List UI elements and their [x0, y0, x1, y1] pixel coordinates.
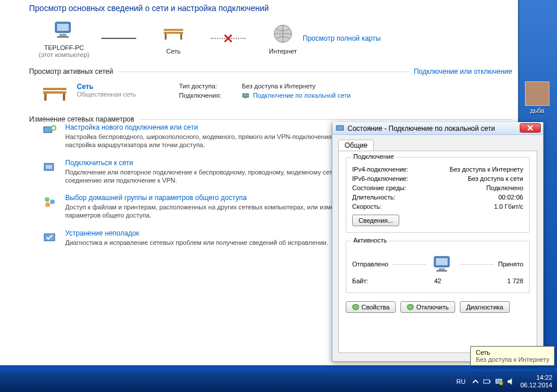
- battery-icon[interactable]: [483, 377, 491, 386]
- system-tray: !: [471, 377, 515, 386]
- access-type-label: Тип доступа:: [179, 83, 237, 90]
- duration-value: 00:02:06: [498, 194, 523, 201]
- map-pc-label: TEPLOFF-PC: [44, 44, 84, 51]
- connect-disconnect-link[interactable]: Подключение или отключение: [414, 67, 512, 76]
- access-type-value: Без доступа к Интернету: [242, 83, 316, 90]
- active-network-name[interactable]: Сеть: [77, 83, 93, 91]
- desktop-shortcut-label: дьба: [522, 107, 552, 114]
- bench-icon: [162, 22, 185, 45]
- bytes-label: Байт:: [352, 277, 368, 284]
- svg-rect-12: [63, 94, 65, 101]
- active-network-type: Общественная сеть: [77, 91, 136, 98]
- desktop-shortcut[interactable]: дьба: [522, 81, 552, 114]
- connection-link[interactable]: Подключение по локальной сети: [253, 92, 351, 99]
- media-label: Состояние среды:: [352, 184, 406, 191]
- ipv4-value: Без доступа к Интернету: [449, 166, 523, 173]
- map-link-2-broken: [211, 38, 246, 39]
- status-dialog-title: Состояние - Подключение по локальной сет…: [347, 124, 495, 133]
- view-full-map-link[interactable]: Просмотр полной карты: [303, 34, 381, 42]
- bytes-sent-value: 42: [368, 277, 508, 284]
- speed-value: 1.0 Гбит/с: [494, 203, 523, 210]
- group-legend: Подключение: [351, 153, 396, 160]
- svg-rect-10: [43, 91, 66, 94]
- active-networks-header: Просмотр активных сетей: [29, 67, 113, 76]
- details-button[interactable]: Сведения...: [352, 215, 399, 226]
- svg-point-19: [45, 197, 49, 202]
- language-indicator[interactable]: RU: [456, 378, 466, 385]
- svg-rect-29: [489, 381, 491, 382]
- adapter-icon: [242, 93, 249, 99]
- svg-rect-28: [484, 380, 489, 383]
- ipv6-value: Без доступа к сети: [468, 175, 523, 182]
- diagnose-button[interactable]: Диагностика: [460, 301, 510, 313]
- svg-rect-13: [243, 94, 249, 97]
- properties-button[interactable]: Свойства: [346, 301, 396, 313]
- tooltip-line1: Сеть: [476, 349, 549, 356]
- svg-rect-23: [336, 126, 343, 130]
- ipv6-label: IPv6-подключение:: [352, 175, 409, 182]
- clock[interactable]: 14:22 06.12.2014: [520, 374, 552, 389]
- status-dialog-titlebar[interactable]: Состояние - Подключение по локальной сет…: [332, 122, 543, 135]
- svg-rect-7: [180, 34, 182, 40]
- svg-point-20: [50, 199, 55, 204]
- svg-rect-6: [165, 34, 166, 40]
- svg-text:!: !: [501, 382, 501, 385]
- group-activity: Активность Отправлено Принято Байт: 42 1…: [346, 241, 530, 293]
- tray-chevron-icon[interactable]: [471, 377, 480, 386]
- svg-rect-25: [436, 258, 448, 265]
- tab-content: Подключение IPv4-подключение:Без доступа…: [338, 151, 537, 353]
- network-tray-icon[interactable]: !: [495, 377, 503, 386]
- svg-point-21: [45, 202, 50, 207]
- connect-network-icon: [42, 159, 58, 175]
- map-node-pc: TEPLOFF-PC(этот компьютер): [29, 19, 99, 58]
- bytes-recv-value: 1 728: [507, 277, 523, 284]
- shield-icon: [407, 304, 414, 311]
- tooltip-line2: Без доступа к Интернету: [476, 356, 549, 363]
- troubleshoot-icon: [42, 229, 58, 245]
- tab-general[interactable]: Общие: [338, 140, 374, 151]
- svg-rect-3: [57, 36, 69, 38]
- sent-label: Отправлено: [352, 261, 388, 268]
- volume-icon[interactable]: [506, 377, 515, 386]
- status-dialog: Состояние - Подключение по локальной сет…: [332, 122, 544, 362]
- divider: [118, 72, 409, 72]
- map-link-1: [101, 38, 136, 39]
- setting-title[interactable]: Выбор домашней группы и параметров общег…: [65, 194, 247, 202]
- setting-desc: Диагностика и исправление сетевых пробле…: [65, 238, 328, 247]
- map-network-label: Сеть: [166, 48, 180, 55]
- close-button[interactable]: [520, 123, 541, 133]
- bench-icon: [41, 83, 69, 105]
- connections-label: Подключения:: [179, 92, 237, 99]
- activity-computer-icon: [431, 254, 455, 274]
- broken-link-icon: [223, 34, 233, 43]
- svg-rect-27: [437, 270, 447, 272]
- duration-label: Длительность:: [352, 194, 395, 201]
- divider: [139, 119, 512, 120]
- ipv4-label: IPv4-подключение:: [352, 166, 409, 173]
- network-tooltip: Сеть Без доступа к Интернету: [470, 346, 555, 366]
- clock-date: 06.12.2014: [520, 382, 552, 389]
- clock-time: 14:22: [520, 374, 552, 382]
- svg-rect-2: [59, 34, 66, 36]
- group-connection: Подключение IPv4-подключение:Без доступа…: [346, 157, 530, 233]
- svg-rect-18: [46, 165, 52, 169]
- shield-icon: [352, 304, 359, 311]
- group-legend: Активность: [351, 237, 389, 244]
- setting-title[interactable]: Подключиться к сети: [65, 159, 133, 167]
- globe-icon: [271, 22, 295, 45]
- setting-title[interactable]: Настройка нового подключения или сети: [65, 123, 198, 131]
- recv-label: Принято: [498, 261, 523, 268]
- adapter-icon: [336, 125, 344, 132]
- svg-rect-14: [244, 97, 247, 98]
- setting-title[interactable]: Устранение неполадок: [65, 229, 139, 237]
- network-map: TEPLOFF-PC(этот компьютер) Сеть Интернет: [29, 19, 512, 58]
- map-pc-sub: (этот компьютер): [38, 51, 89, 58]
- taskbar[interactable]: RU ! 14:22 06.12.2014: [0, 371, 557, 392]
- svg-rect-4: [164, 29, 183, 31]
- svg-rect-15: [44, 127, 52, 133]
- homegroup-icon: [42, 194, 58, 210]
- svg-rect-1: [57, 24, 69, 31]
- map-internet-label: Интернет: [269, 48, 297, 55]
- new-connection-icon: [42, 123, 58, 140]
- disable-button[interactable]: Отключить: [400, 301, 455, 313]
